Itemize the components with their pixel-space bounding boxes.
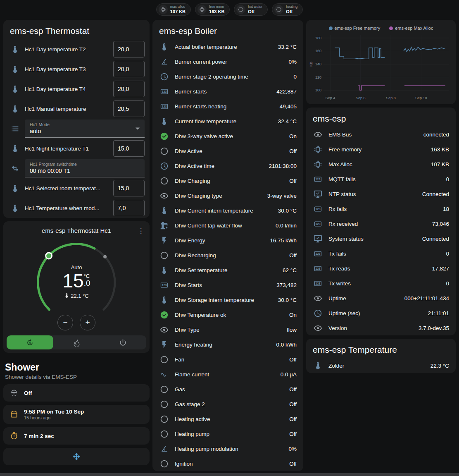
badge-label: hot water bbox=[248, 5, 262, 9]
chart-plot[interactable]: 100120140160180Sep 4Sep 6Sep 8Sep 10KB bbox=[309, 32, 452, 102]
entity-row-current-flow-temperature[interactable]: Current flow temperature32.4 °C bbox=[152, 114, 303, 129]
badge-hot-water[interactable]: hot waterOff bbox=[234, 3, 268, 16]
eye-icon bbox=[313, 293, 323, 303]
entity-row-dhw-starts[interactable]: 123Dhw Starts373,482 bbox=[152, 277, 303, 292]
shower-card-7-min-2-sec[interactable]: 7 min 2 sec bbox=[3, 427, 150, 445]
entity-row-heating-active[interactable]: Heating activeOff bbox=[152, 411, 303, 426]
entity-row-max-alloc[interactable]: Max Alloc107 KB bbox=[306, 157, 456, 172]
entity-row-dhw-energy[interactable]: Dhw Energy16.75 kWh bbox=[152, 233, 303, 248]
entity-row-ignition[interactable]: IgnitionOff bbox=[152, 456, 303, 471]
entity-value: 373,482 bbox=[276, 282, 297, 288]
badge-max-alloc[interactable]: max alloc107 KB bbox=[156, 3, 191, 16]
hc1-mode-select[interactable]: Hc1 Modeauto bbox=[25, 120, 145, 138]
hvac-mode-heat-button[interactable] bbox=[53, 335, 100, 349]
entity-row-dhw-3-way-valve-active[interactable]: Dhw 3-way valve activeOn bbox=[152, 129, 303, 144]
entity-row-dhw-active[interactable]: Dhw ActiveOff bbox=[152, 144, 303, 158]
hc1-program-switchtime-field[interactable]: Hc1 Program switchtime00 mo 00:00 T1 bbox=[25, 159, 145, 177]
entity-row-burner-starts-heating[interactable]: 123Burner starts heating49,405 bbox=[152, 99, 303, 114]
entity-row-tx-reads[interactable]: 123Tx reads17,827 bbox=[306, 261, 456, 276]
temperature-increase-button[interactable]: + bbox=[80, 315, 95, 330]
hc1-selected-room-temperat-input[interactable]: 15,0 bbox=[113, 180, 145, 196]
entity-row-free-memory[interactable]: Free memory163 KB bbox=[306, 142, 456, 157]
entity-row-fan[interactable]: FanOff bbox=[152, 352, 303, 367]
hc1-day-temperature-t4-input[interactable]: 20,0 bbox=[113, 81, 145, 97]
entity-row-energy-heating[interactable]: Energy heating0.0 kWh bbox=[152, 337, 303, 352]
entity-row-actual-boiler-temperature[interactable]: Actual boiler temperature33.2 °C bbox=[152, 39, 303, 54]
thermometer-icon bbox=[313, 361, 323, 371]
legend-item-ems-esp-free-memory[interactable]: ems-esp Free memory bbox=[329, 26, 381, 31]
entity-row-flame-current[interactable]: Flame current0.0 µA bbox=[152, 367, 303, 382]
shower-card-off[interactable]: Off bbox=[3, 384, 150, 402]
entity-row-gas-stage-2[interactable]: Gas stage 2Off bbox=[152, 397, 303, 411]
thermometer-icon bbox=[10, 64, 20, 74]
temperature-decrease-button[interactable]: − bbox=[57, 315, 73, 330]
entity-value: 3.7.0-dev.35 bbox=[419, 325, 449, 331]
svg-text:123: 123 bbox=[315, 178, 320, 181]
entity-row-gas[interactable]: GasOff bbox=[152, 382, 303, 397]
entity-row-dhw-set-temperature[interactable]: Dhw Set temperature62 °C bbox=[152, 263, 303, 277]
badge-free-mem[interactable]: free mem163 KB bbox=[195, 3, 230, 16]
entity-row-mqtt-fails[interactable]: 123MQTT fails0 bbox=[306, 172, 456, 187]
entity-value: 62 °C bbox=[283, 267, 297, 273]
shower-cards: Off9:58 PM on Tue 10 Sep15 hours ago7 mi… bbox=[3, 384, 150, 465]
entity-label: Burner starts bbox=[175, 89, 271, 95]
entity-label: Tx fails bbox=[328, 251, 440, 257]
dial-target-temperature: 15 °C .0 bbox=[62, 271, 90, 290]
entity-row-heating-pump[interactable]: Heating pumpOff bbox=[152, 426, 303, 441]
entity-row-tx-writes[interactable]: 123Tx writes0 bbox=[306, 276, 456, 291]
entity-row-version[interactable]: Version3.7.0-dev.35 bbox=[306, 321, 456, 335]
entity-row-dhw-active-time[interactable]: Dhw Active time2181:38:00 bbox=[152, 158, 303, 173]
badge-label: heating bbox=[286, 5, 297, 9]
entity-row-system-status[interactable]: System statusConnected bbox=[306, 231, 456, 246]
shower-card-snowflake[interactable] bbox=[3, 448, 150, 465]
entity-row-dhw-temperature-ok[interactable]: Dhw Temperature okOn bbox=[152, 307, 303, 322]
hc1-day-temperature-t3-input[interactable]: 20,0 bbox=[113, 61, 145, 77]
hc1-temperature-when-mod-input[interactable]: 7,0 bbox=[113, 200, 145, 216]
thermostat-dial[interactable]: Auto 15 °C .0 22.1 °C bbox=[27, 237, 126, 325]
entity-label: Rx received bbox=[328, 221, 426, 227]
shower-card-9-58-pm-on-tue-10-sep[interactable]: 9:58 PM on Tue 10 Sep15 hours ago bbox=[3, 405, 150, 424]
hvac-mode-off-button[interactable] bbox=[100, 335, 146, 349]
entity-row-dhw-charging[interactable]: Dhw ChargingOff bbox=[152, 173, 303, 188]
entity-row-dhw-current-tap-water-flow[interactable]: Dhw Current tap water flow0.0 l/min bbox=[152, 218, 303, 233]
hc1-day-temperature-t2-input[interactable]: 20,0 bbox=[113, 41, 145, 57]
svg-text:120: 120 bbox=[315, 75, 321, 79]
entity-value: 30.0 °C bbox=[278, 208, 297, 214]
entity-row-ntp-status[interactable]: NTP statusConnected bbox=[306, 187, 456, 201]
entity-row-ems-bus[interactable]: EMS Busconnected bbox=[306, 127, 456, 142]
legend-item-ems-esp-max-alloc[interactable]: ems-esp Max Alloc bbox=[389, 26, 433, 31]
entity-row-uptime[interactable]: Uptime000+21:11:01.434 bbox=[306, 291, 456, 306]
entity-row-burner-current-power[interactable]: Burner current power0% bbox=[152, 54, 303, 69]
entity-row-burner-stage-2-operating-time[interactable]: Burner stage 2 operating time0 bbox=[152, 69, 303, 84]
eye-icon bbox=[159, 191, 169, 201]
entity-row-uptime-sec[interactable]: Uptime (sec)21:11:01 bbox=[306, 306, 456, 321]
entity-label: Rx fails bbox=[328, 206, 437, 212]
entity-row-dhw-type[interactable]: Dhw Typeflow bbox=[152, 322, 303, 337]
current-icon bbox=[159, 369, 169, 379]
entity-row-rx-fails[interactable]: 123Rx fails18 bbox=[306, 201, 456, 216]
svg-text:Sep 10: Sep 10 bbox=[415, 96, 427, 100]
entity-row-tx-fails[interactable]: 123Tx fails0 bbox=[306, 246, 456, 261]
hvac-mode-row: A bbox=[7, 335, 146, 349]
entity-row-zolder[interactable]: Zolder22.3 °C bbox=[306, 358, 456, 373]
entity-row-burner-starts[interactable]: 123Burner starts422,887 bbox=[152, 84, 303, 99]
shower-card-primary: 9:58 PM on Tue 10 Sep bbox=[24, 409, 84, 415]
monitor-icon bbox=[313, 189, 323, 199]
entity-row-dhw-charging-type[interactable]: Dhw Charging type3-way valve bbox=[152, 188, 303, 203]
entity-row-heating-pump-modulation[interactable]: Heating pump modulation0% bbox=[152, 441, 303, 456]
entity-row-rx-received[interactable]: 123Rx received73,046 bbox=[306, 216, 456, 231]
hc1-manual-temperature-input[interactable]: 20,5 bbox=[113, 100, 145, 117]
entity-row-dhw-recharging[interactable]: Dhw RechargingOff bbox=[152, 248, 303, 263]
entity-row-dhw-current-intern-temperature[interactable]: Dhw Current intern temperature30.0 °C bbox=[152, 203, 303, 218]
kebab-menu-icon[interactable]: ⋮ bbox=[136, 225, 146, 236]
circle-icon bbox=[159, 250, 169, 260]
entity-row-dhw-storage-intern-temperature[interactable]: Dhw Storage intern temperature30.0 °C bbox=[152, 292, 303, 307]
temperature-card-title: ems-esp Temperature bbox=[306, 339, 456, 358]
hc1-night-temperature-t1-input[interactable]: 15,0 bbox=[113, 140, 145, 157]
badge-heating[interactable]: heatingOff bbox=[272, 3, 303, 16]
hvac-mode-auto-button[interactable]: A bbox=[7, 335, 53, 349]
control-label: Hc1 Day temperature T4 bbox=[25, 86, 108, 92]
counter-icon: 123 bbox=[159, 280, 169, 290]
entity-label: Actual boiler temperature bbox=[175, 44, 272, 50]
entity-value: On bbox=[289, 133, 297, 139]
